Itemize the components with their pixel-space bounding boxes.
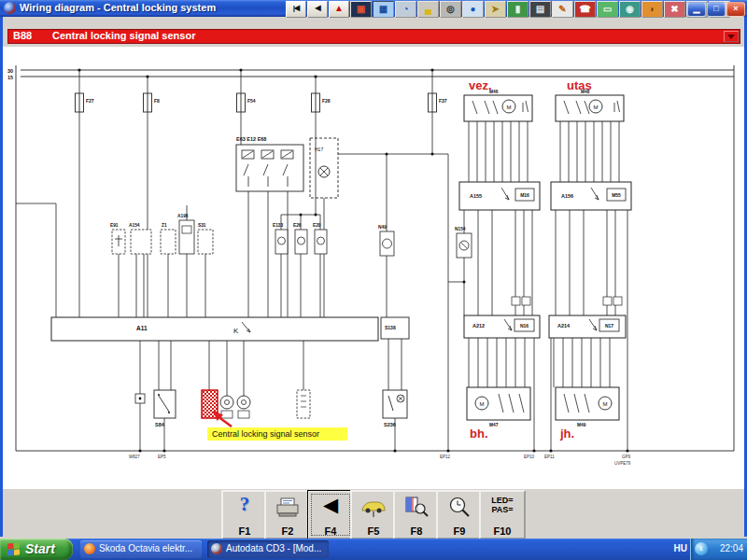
diagram-frame	[16, 65, 734, 451]
screen-icon[interactable]: ▣	[350, 1, 372, 18]
m46-label: M46	[489, 90, 499, 94]
s31-label: S31	[198, 223, 206, 228]
relay-cluster: E63 E12 E68 H17	[236, 136, 338, 198]
f2-print-button[interactable]: F2	[264, 490, 311, 539]
bh-annotation: bh.	[470, 427, 488, 441]
m49-label: M49	[577, 423, 586, 427]
ground-ep11: EP11	[544, 455, 555, 459]
f1-key-label: F1	[223, 525, 266, 537]
wiring-diagrams-icon[interactable]: ▦	[373, 1, 394, 18]
f4-key-label: F4	[309, 525, 352, 537]
windows-flag-icon	[7, 543, 20, 556]
radio-icon[interactable]: ▤	[529, 1, 551, 18]
nav-first-icon[interactable]: |◀	[286, 1, 306, 18]
camera-icon[interactable]: ◉	[619, 1, 641, 18]
ground-ep12: EP12	[440, 455, 451, 459]
assistance-icon[interactable]: ●	[462, 1, 484, 18]
led-label: LED=	[481, 496, 524, 505]
start-button[interactable]: Start	[0, 539, 73, 560]
f8-diagram-zoom-button[interactable]: F8	[393, 490, 440, 539]
magnifier-icon	[445, 495, 473, 519]
f10-key-label: F10	[481, 525, 524, 537]
n16-tag: N16	[520, 323, 529, 329]
ground-w827: W827	[129, 455, 140, 459]
dropdown-arrow-button[interactable]	[724, 31, 739, 42]
a214-label: A214	[557, 323, 571, 329]
repair-icon[interactable]: ✖	[664, 1, 685, 18]
title-bar: Wiring diagram - Central locking system …	[0, 0, 747, 17]
key-icon[interactable]: ➤	[485, 1, 506, 18]
taskbar: Start Skoda Octavia elektr... Autodata C…	[0, 539, 747, 560]
ground-uvpe79: UVPE79	[614, 461, 631, 466]
wiring-diagram-svg: 30 15	[0, 47, 747, 488]
fuse-label-f54: F54	[247, 98, 256, 104]
bottom-components: S84 S236	[135, 390, 407, 427]
a154-label: A154	[129, 223, 140, 228]
taskbar-item-autodata[interactable]: Autodata CD3 - [Mod...	[207, 540, 329, 558]
m55-tag: M55	[612, 192, 621, 198]
window-border-left	[0, 17, 3, 537]
start-label: Start	[25, 541, 55, 556]
f5-vehicle-button[interactable]: F5	[350, 490, 397, 539]
relay-label: E63 E12 E68	[236, 136, 266, 142]
fuse-label-f28: F28	[322, 98, 331, 104]
taskbar-item-label: Autodata CD3 - [Mod...	[226, 543, 325, 553]
mid-components: E91 A154 Z1 A196 S31 E133 E26 E20 N49 N1…	[110, 214, 472, 258]
top-toolbar: |◀ ◀ ▲ ▣ ▦ ◔ ▄ ◎ ● ➤ ▮ ▤ ✎ ☎ ▭ ◉ ◗ ✖ ▙ ▲	[286, 1, 730, 16]
ground-ep5: EP5	[158, 455, 166, 459]
f9-key-label: F9	[438, 525, 481, 537]
maximize-button[interactable]: □	[707, 2, 726, 17]
taskbar-item-browser[interactable]: Skoda Octavia elektr...	[80, 540, 202, 558]
fuses	[76, 93, 437, 112]
n17-tag: N17	[605, 323, 613, 329]
pas-label: PAS=	[481, 505, 524, 514]
f4-back-button[interactable]: ◀ F4	[307, 490, 354, 539]
n49-label: N49	[378, 225, 387, 230]
m46-motor-glyph: M	[507, 105, 512, 110]
helmet-icon[interactable]: ◗	[641, 1, 663, 18]
bus-15-label: 15	[7, 75, 13, 80]
bus-30-label: 30	[7, 68, 13, 74]
a11-module: A11 K S138	[51, 317, 409, 341]
ground-gp9: GP9	[622, 455, 631, 459]
fuse-label-f27: F27	[86, 98, 94, 104]
tray-chevron-icon[interactable]: ‹	[695, 542, 708, 555]
window-controls: ▁ □ ×	[687, 2, 745, 17]
close-button[interactable]: ×	[726, 2, 745, 17]
a156-label: A156	[561, 193, 573, 199]
e26-label: E26	[293, 223, 302, 228]
a212-label: A212	[472, 323, 485, 329]
gauge-icon[interactable]: ◔	[395, 1, 416, 18]
clock[interactable]: 22:04	[720, 543, 743, 553]
f9-search-button[interactable]: F9	[436, 490, 483, 539]
system-tray: ‹ 22:04	[690, 539, 747, 560]
printer-icon[interactable]: ▭	[597, 1, 618, 18]
printer-icon	[274, 495, 302, 519]
m16-tag: M16	[520, 192, 529, 198]
wiring-diagram-canvas[interactable]: 30 15	[0, 47, 747, 488]
minimize-button[interactable]: ▁	[687, 2, 706, 17]
warning-icon[interactable]: ▲	[329, 1, 349, 18]
chevron-down-icon	[727, 35, 735, 39]
keyboard-layout-indicator[interactable]: HU	[674, 543, 687, 553]
m47-label: M47	[489, 423, 499, 427]
component-selector[interactable]: B88 Central locking signal sensor	[7, 29, 740, 44]
wires	[16, 70, 627, 451]
component-code: B88	[13, 30, 32, 41]
n154-label: N154	[455, 227, 466, 231]
f10-led-pas-button[interactable]: LED= PAS= F10	[479, 490, 526, 539]
nav-back-icon[interactable]: ◀	[307, 1, 328, 18]
fuse-label-f37: F37	[439, 98, 447, 104]
pen-icon[interactable]: ✎	[552, 1, 573, 18]
door-icon[interactable]: ▮	[507, 1, 529, 18]
firefox-icon	[84, 543, 95, 554]
a196-label: A196	[177, 214, 189, 218]
f1-help-button[interactable]: ? F1	[221, 490, 268, 539]
car-icon[interactable]: ▄	[417, 1, 439, 18]
phone-icon[interactable]: ☎	[574, 1, 596, 18]
m48-label: M48	[581, 90, 590, 94]
wheel-icon[interactable]: ◎	[440, 1, 461, 18]
m49-motor-glyph: M	[603, 401, 608, 407]
s236-label: S236	[384, 422, 396, 427]
f2-key-label: F2	[266, 525, 309, 537]
